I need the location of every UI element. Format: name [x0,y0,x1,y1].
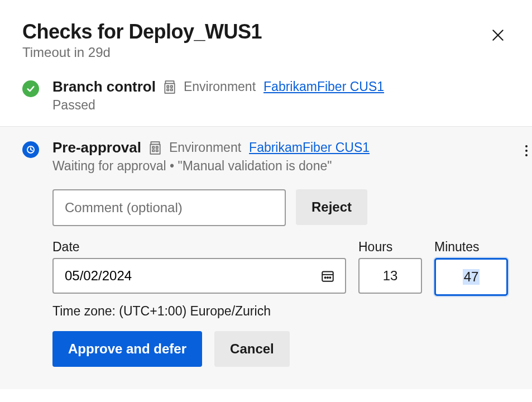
cancel-button[interactable]: Cancel [214,331,290,367]
status-success-icon [22,80,39,97]
timezone-label: Time zone: (UTC+1:00) Europe/Zurich [52,304,508,319]
check-pre-approval: Pre-approval Environment FabrikamFiber C… [0,126,532,389]
environment-link[interactable]: FabrikamFiber CUS1 [249,140,370,155]
hours-label: Hours [358,240,422,255]
minutes-field: Minutes 47 [434,240,508,296]
minutes-label: Minutes [434,240,508,255]
svg-point-22 [525,145,528,147]
svg-rect-4 [167,85,169,87]
timeout-label: Timeout in 29d [22,45,262,60]
check-branch-control: Branch control Environment FabrikamFiber… [0,66,532,126]
svg-rect-6 [167,89,169,90]
svg-rect-15 [152,150,154,151]
svg-point-23 [525,150,528,152]
svg-point-24 [525,154,528,156]
check-body: Branch control Environment FabrikamFiber… [52,78,510,113]
date-input-wrap[interactable] [52,258,346,294]
svg-rect-13 [152,146,154,148]
svg-line-10 [31,150,32,151]
check-status: Passed [52,98,510,113]
svg-rect-12 [150,144,160,154]
check-body: Pre-approval Environment FabrikamFiber C… [52,139,508,367]
svg-rect-16 [156,150,158,151]
hours-field: Hours [358,240,422,296]
more-vertical-icon [525,145,528,157]
check-title: Branch control [52,78,156,95]
calendar-icon [320,269,335,283]
close-icon [491,28,505,42]
close-button[interactable] [486,23,510,47]
environment-icon [164,80,176,94]
calendar-button[interactable] [318,266,337,285]
check-title-row: Branch control Environment FabrikamFiber… [52,78,510,95]
svg-point-21 [329,277,330,278]
date-label: Date [52,240,346,255]
svg-point-20 [327,277,328,278]
svg-rect-5 [171,85,172,87]
checks-panel: Checks for Deploy_WUS1 Timeout in 29d Br… [0,0,532,389]
header-text: Checks for Deploy_WUS1 Timeout in 29d [22,20,262,60]
minutes-input[interactable]: 47 [434,258,508,296]
schedule-row: Date Hours Minutes [52,240,508,296]
check-title-row: Pre-approval Environment FabrikamFiber C… [52,139,508,156]
svg-rect-17 [322,271,333,281]
action-row: Approve and defer Cancel [52,331,508,367]
status-waiting-icon [22,141,39,158]
svg-rect-3 [165,83,174,93]
check-status: Waiting for approval • "Manual validatio… [52,159,508,174]
environment-icon [149,141,161,155]
environment-link[interactable]: FabrikamFiber CUS1 [263,79,384,94]
reject-button[interactable]: Reject [296,189,367,225]
date-input[interactable] [65,259,318,293]
comment-row: Reject [52,189,508,226]
date-field: Date [52,240,346,296]
svg-rect-14 [156,146,158,148]
approve-defer-button[interactable]: Approve and defer [52,331,202,367]
environment-label: Environment [184,79,256,94]
hours-input[interactable] [358,258,422,294]
page-title: Checks for Deploy_WUS1 [22,20,262,44]
minutes-value: 47 [463,269,480,285]
check-title: Pre-approval [52,139,141,156]
environment-label: Environment [169,140,241,155]
more-menu-button[interactable] [521,141,531,160]
panel-header: Checks for Deploy_WUS1 Timeout in 29d [0,0,532,66]
svg-rect-7 [171,89,172,90]
svg-point-19 [325,277,326,278]
comment-input[interactable] [52,189,286,226]
